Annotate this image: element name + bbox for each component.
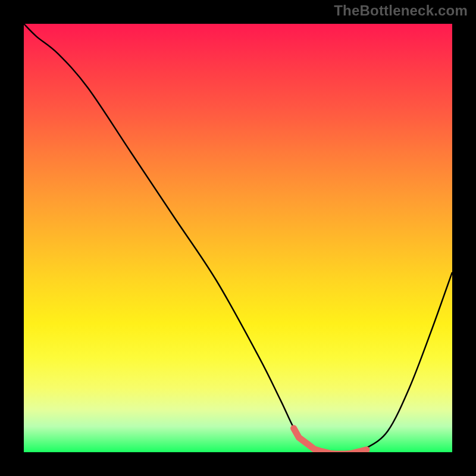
curve-line — [24, 24, 452, 452]
bottleneck-curve — [24, 24, 452, 452]
attribution-text: TheBottleneck.com — [334, 2, 468, 19]
chart-plot-area — [24, 24, 452, 452]
